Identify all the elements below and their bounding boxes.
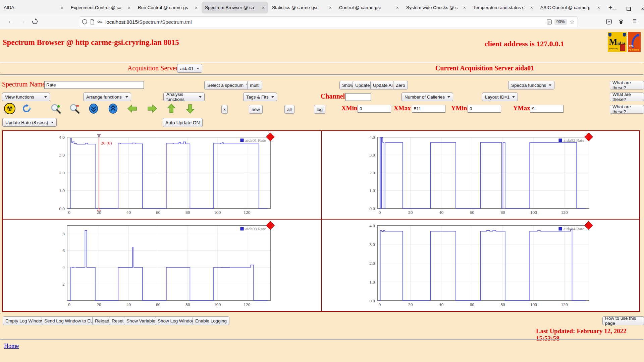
chart-aida04-rate[interactable]: 0204060801001200.01.02.03.04.0aida04 Rat… [322, 220, 639, 311]
move-right-icon[interactable] [146, 103, 158, 114]
zoom-in-icon[interactable] [50, 103, 62, 114]
chart-panel-aida01[interactable]: 0204060801001200.01.02.03.04.020 (0)aida… [3, 131, 321, 219]
what-are-these-button[interactable]: What are these? [610, 93, 644, 101]
new-button[interactable]: new [249, 105, 263, 114]
midas-logo[interactable]: Midas powered by [608, 32, 627, 52]
chevron-down-icon [125, 96, 128, 98]
url-bar[interactable]: localhost:8015/Spectrum/Spectrum.tml 90%… [79, 16, 578, 27]
tab-control[interactable]: Control @ carme-gsi× [336, 2, 402, 13]
tab-spectrum-browser[interactable]: Spectrum Browser @ ca× [202, 2, 268, 13]
zoom-level-badge[interactable]: 90% [554, 19, 567, 25]
svg-text:80: 80 [185, 302, 190, 307]
spectrum-name-input[interactable] [44, 81, 144, 89]
site-permissions-icon[interactable] [97, 19, 103, 24]
update-all-button[interactable]: Update All [370, 81, 396, 89]
move-left-icon[interactable] [127, 103, 138, 114]
svg-text:aida04 Rate: aida04 Rate [564, 226, 584, 231]
select-spectrum-dropdown[interactable]: Select a spectrum [204, 81, 252, 89]
enable-logging-button[interactable]: Enable Logging [193, 316, 229, 325]
tab-statistics[interactable]: Statistics @ carme-gsi× [269, 2, 335, 13]
shield-icon[interactable] [82, 19, 87, 24]
radiation-icon[interactable]: ☢ [4, 103, 15, 114]
acquisition-servers-label: Acquisition Servers [127, 64, 180, 72]
home-link[interactable]: Home [4, 343, 19, 350]
tab-close-icon[interactable]: × [396, 5, 399, 10]
zoom-out-icon[interactable] [69, 103, 80, 114]
svg-text:20: 20 [97, 302, 101, 307]
xmin-input[interactable] [358, 105, 391, 113]
move-up-icon[interactable] [166, 103, 177, 114]
close-window-button[interactable]: × [641, 7, 644, 11]
page-icon[interactable] [90, 19, 95, 24]
svg-text:3.0: 3.0 [59, 153, 65, 158]
tab-aida[interactable]: AIDA× [1, 2, 66, 13]
tab-temperature[interactable]: Temperature and status s× [470, 2, 536, 13]
tab-close-icon[interactable]: × [195, 5, 198, 10]
chart-panel-aida02[interactable]: 0204060801001200.01.02.03.04.0aida02 Rat… [322, 131, 639, 219]
log-button[interactable]: log [314, 105, 325, 114]
multi-button[interactable]: multi [247, 81, 262, 89]
tab-run-control[interactable]: Run Control @ carme-gs× [135, 2, 201, 13]
divider [0, 339, 643, 340]
what-are-these-button[interactable]: What are these? [610, 105, 644, 114]
what-are-these-button[interactable]: What are these? [610, 81, 644, 89]
show-log-window-button[interactable]: Show Log Window [155, 316, 198, 325]
layout-id-dropdown[interactable]: Layout ID=1 [482, 93, 518, 101]
menu-icon[interactable]: ≡ [633, 17, 637, 25]
xmax-input[interactable] [412, 105, 445, 113]
update-rate-dropdown[interactable]: Update Rate (8 secs) [2, 118, 57, 127]
footprint-icon[interactable] [618, 19, 624, 24]
auto-update-button[interactable]: Auto Update ON [163, 118, 203, 127]
acquisition-server-select[interactable]: aida01 [177, 64, 202, 73]
tab-asic-control[interactable]: ASIC Control @ carme-g× [537, 2, 603, 13]
restore-button[interactable] [627, 7, 631, 11]
back-icon[interactable]: ← [7, 17, 14, 25]
chart-aida02-rate[interactable]: 0204060801001200.01.02.03.04.0aida02 Rat… [322, 131, 639, 219]
channel-input[interactable] [345, 93, 371, 101]
number-of-galleries-dropdown[interactable]: Number of Galleries [401, 93, 453, 101]
ymin-input[interactable] [468, 105, 501, 113]
reload-icon[interactable] [32, 18, 38, 25]
forward-icon[interactable]: → [19, 17, 26, 25]
tab-close-icon[interactable]: × [128, 5, 130, 10]
arrange-functions-dropdown[interactable]: Arrange functions [83, 93, 131, 101]
new-tab-button[interactable]: + [608, 4, 612, 12]
x-button[interactable]: x [221, 105, 228, 114]
browser-window: AIDA× Experiment Control @ ca× Run Contr… [0, 0, 644, 362]
send-log-to-elog-button[interactable]: Send Log Window to ELog [42, 316, 101, 325]
collapse-down-icon[interactable] [88, 103, 99, 114]
tab-close-icon[interactable]: × [61, 5, 63, 10]
zero-button[interactable]: Zero [393, 81, 408, 89]
chart-panel-aida03[interactable]: 0204060801001202468aida03 Rate [3, 220, 321, 311]
refresh-icon[interactable] [21, 103, 32, 114]
tab-close-icon[interactable]: × [262, 5, 265, 10]
tcl-powered-logo[interactable]: TCL POWERED [628, 32, 641, 52]
chart-aida01-rate[interactable]: 0204060801001200.01.02.03.04.020 (0)aida… [3, 131, 321, 219]
tab-close-icon[interactable]: × [329, 5, 332, 10]
tab-system-checks[interactable]: System wide Checks @ c× [403, 2, 469, 13]
chevron-down-icon [51, 122, 54, 123]
expand-up-icon[interactable] [107, 103, 119, 114]
all-button[interactable]: all [284, 105, 294, 114]
tags-fits-dropdown[interactable]: Tags & Fits [243, 93, 277, 101]
minimize-button[interactable] [612, 9, 616, 9]
chart-panel-aida04[interactable]: 0204060801001200.01.02.03.04.0aida04 Rat… [322, 220, 639, 311]
pocket-icon[interactable] [606, 19, 612, 24]
ymax-input[interactable] [530, 105, 564, 113]
tab-close-icon[interactable]: × [463, 5, 466, 10]
bookmark-star-icon[interactable]: ☆ [570, 18, 575, 25]
tab-close-icon[interactable]: × [597, 5, 600, 10]
spectra-functions-dropdown[interactable]: Spectra functions [508, 81, 554, 89]
how-to-use-button[interactable]: How to use this page [602, 316, 644, 325]
tab-experiment-control[interactable]: Experiment Control @ ca× [68, 2, 133, 13]
url-text[interactable]: localhost:8015/Spectrum/Spectrum.tml [105, 19, 544, 25]
analysis-functions-dropdown[interactable]: Analysis functions [163, 93, 205, 101]
chart-aida03-rate[interactable]: 0204060801001202468aida03 Rate [3, 220, 321, 311]
reader-mode-icon[interactable] [547, 19, 552, 24]
tab-close-icon[interactable]: × [530, 5, 533, 10]
empty-log-window-button[interactable]: Empty Log Window [3, 316, 47, 325]
view-functions-dropdown[interactable]: View functions [2, 93, 50, 101]
svg-text:120: 120 [561, 210, 568, 215]
update-button[interactable]: Update [353, 81, 373, 89]
move-down-icon[interactable] [184, 103, 196, 114]
